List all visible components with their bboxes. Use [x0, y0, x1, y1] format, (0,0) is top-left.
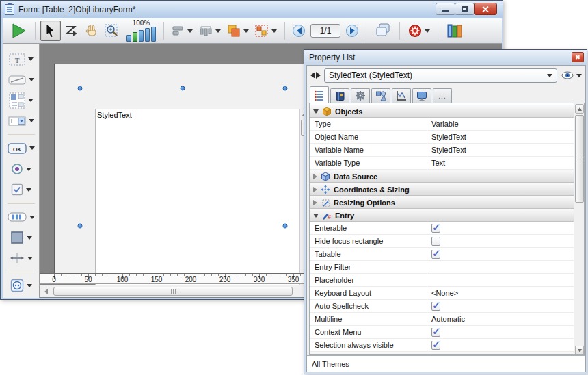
checkbox[interactable]: [431, 224, 440, 233]
checkbox[interactable]: [431, 237, 440, 246]
property-row-auto-spellcheck[interactable]: Auto Spellcheck: [310, 300, 574, 313]
tab-photos[interactable]: [330, 88, 349, 103]
group-dropdown-caret[interactable]: [271, 29, 277, 33]
expand-triangle-icon[interactable]: [313, 200, 317, 205]
property-row-variable-name[interactable]: Variable Name StyledText: [310, 144, 574, 157]
list-box-tool[interactable]: [9, 92, 34, 109]
restore-button[interactable]: [455, 3, 475, 15]
segmented-tool-caret[interactable]: [29, 216, 35, 219]
distribute-dropdown-caret[interactable]: [215, 29, 221, 33]
property-row-placeholder[interactable]: Placeholder: [310, 274, 574, 287]
section-objects[interactable]: Objects: [310, 105, 574, 118]
select-arrow-button[interactable]: [40, 21, 61, 41]
run-button[interactable]: [7, 21, 30, 41]
expand-triangle-icon[interactable]: [313, 187, 317, 192]
property-list-titlebar[interactable]: Property List: [304, 50, 587, 65]
property-row-entry-filter[interactable]: Entry Filter: [310, 261, 574, 274]
tab-more[interactable]: ...: [433, 88, 452, 103]
collapse-triangle-icon[interactable]: [313, 214, 319, 218]
line-tool[interactable]: [8, 71, 34, 88]
theme-filter-bar[interactable]: All Themes: [307, 355, 585, 372]
tab-events[interactable]: [392, 88, 411, 103]
property-row-tabable[interactable]: Tabable: [310, 248, 574, 261]
styled-text-object[interactable]: StyledText: [95, 109, 308, 294]
selection-handle-top-right[interactable]: [283, 86, 288, 91]
zoom-bars-icon[interactable]: [126, 27, 156, 42]
minimize-button[interactable]: [436, 3, 455, 15]
checkbox[interactable]: [431, 328, 440, 337]
settings-dropdown-caret[interactable]: [425, 29, 430, 33]
text-tool-caret[interactable]: [28, 57, 34, 61]
property-row-context-menu[interactable]: Context Menu: [310, 326, 574, 339]
selection-handle-top-left[interactable]: [78, 86, 83, 91]
previous-page-button[interactable]: [290, 21, 308, 41]
property-row-selection-always-visible[interactable]: Selection always visible: [310, 339, 574, 352]
combo-box-tool-caret[interactable]: [29, 119, 34, 122]
selection-handle-top-center[interactable]: [181, 86, 185, 91]
section-resizing-options[interactable]: Resizing Options: [310, 196, 574, 209]
property-row-hide-focus-rectangle[interactable]: Hide focus rectangle: [310, 235, 574, 248]
radio-button-tool-caret[interactable]: [26, 168, 31, 171]
splitter-tool[interactable]: [10, 250, 33, 267]
property-list-close-button[interactable]: [572, 52, 584, 62]
next-object-button[interactable]: [316, 72, 321, 79]
scroll-left-icon[interactable]: [41, 287, 51, 296]
button-tool-caret[interactable]: [29, 146, 35, 150]
expand-triangle-icon[interactable]: [313, 174, 317, 179]
property-row-enterable[interactable]: Enterable: [310, 222, 574, 235]
list-box-tool-caret[interactable]: [28, 99, 34, 102]
object-selector-dropdown[interactable]: StyledText (StyledText): [324, 68, 557, 83]
hand-tool-button[interactable]: [81, 21, 102, 41]
layering-dropdown-caret[interactable]: [243, 29, 249, 33]
next-page-button[interactable]: [343, 21, 361, 41]
pages-button[interactable]: [371, 21, 395, 41]
scroll-up-icon[interactable]: [575, 104, 584, 114]
checkbox[interactable]: [431, 302, 440, 311]
property-grid-scrollbar[interactable]: [574, 103, 584, 355]
rectangle-tool[interactable]: [10, 229, 32, 246]
section-entry[interactable]: # Entry: [310, 209, 574, 222]
section-coordinates-sizing[interactable]: Coordinates & Sizing: [310, 183, 574, 196]
entry-order-button[interactable]: [61, 21, 81, 41]
property-row-variable-type[interactable]: Variable Type Text: [310, 157, 574, 170]
property-row-type[interactable]: Type Variable: [310, 118, 574, 131]
combo-box-tool[interactable]: [8, 112, 34, 129]
rectangle-tool-caret[interactable]: [27, 236, 32, 240]
align-button[interactable]: [169, 21, 196, 41]
previous-object-button[interactable]: [310, 72, 315, 79]
splitter-tool-caret[interactable]: [27, 257, 33, 260]
plugin-area-tool[interactable]: [10, 277, 32, 294]
segmented-tool[interactable]: [8, 209, 35, 226]
checkbox-tool[interactable]: [11, 181, 31, 198]
tab-settings[interactable]: [351, 88, 370, 103]
distribute-button[interactable]: [196, 21, 224, 41]
group-button[interactable]: [252, 21, 280, 41]
checkbox[interactable]: [431, 250, 440, 259]
property-row-keyboard-layout[interactable]: Keyboard Layout <None>: [310, 287, 574, 300]
checkbox-tool-caret[interactable]: [26, 188, 31, 192]
radio-button-tool[interactable]: [11, 160, 31, 177]
close-button[interactable]: [474, 3, 497, 15]
object-library-button[interactable]: [443, 21, 466, 41]
collapse-triangle-icon[interactable]: [313, 109, 319, 114]
layering-button[interactable]: [224, 21, 252, 41]
tab-property-list[interactable]: [310, 86, 329, 103]
checkbox[interactable]: [431, 341, 440, 350]
line-tool-caret[interactable]: [29, 78, 34, 81]
text-tool[interactable]: T: [9, 51, 34, 68]
view-options-button[interactable]: [561, 70, 582, 80]
zoom-tool-button[interactable]: [102, 21, 124, 41]
selection-handle-middle-right[interactable]: [283, 224, 288, 229]
plugin-area-tool-caret[interactable]: [27, 284, 32, 287]
button-tool[interactable]: OK: [8, 140, 35, 157]
property-row-object-name[interactable]: Object Name StyledText: [310, 131, 574, 144]
zoom-level-widget[interactable]: 100%: [126, 20, 156, 42]
selection-handle-middle-left[interactable]: [78, 224, 83, 229]
horizontal-scroll-thumb[interactable]: [53, 287, 293, 296]
section-data-source[interactable]: Data Source: [310, 170, 574, 183]
property-row-multiline[interactable]: Multiline Automatic: [310, 313, 574, 326]
scroll-thumb[interactable]: [575, 115, 584, 203]
form-window-titlebar[interactable]: Form: [Table_2]ObjLibraryForm*: [1, 1, 503, 18]
tab-shapes[interactable]: [371, 88, 390, 103]
tab-display[interactable]: [412, 88, 431, 103]
